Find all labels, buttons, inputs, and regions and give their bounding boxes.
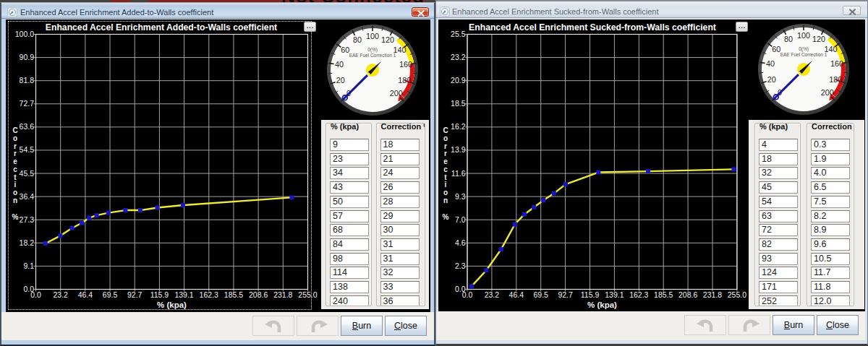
- svg-text:25.5: 25.5: [451, 30, 466, 38]
- svg-text:Enhanced Accel Enrichment Suck: Enhanced Accel Enrichment Sucked-from-Wa…: [469, 22, 716, 33]
- svg-text:80: 80: [353, 35, 362, 44]
- svg-text:20.9: 20.9: [451, 76, 466, 85]
- svg-text:i: i: [445, 181, 447, 189]
- svg-text:0(%): 0(%): [799, 46, 809, 52]
- svg-text:60: 60: [341, 46, 349, 54]
- svg-text:C: C: [443, 126, 448, 134]
- svg-text:r: r: [444, 150, 447, 157]
- svg-text:120: 120: [381, 35, 394, 44]
- svg-text:231.8: 231.8: [703, 290, 722, 299]
- svg-text:11.6: 11.6: [451, 169, 466, 178]
- svg-text:185.5: 185.5: [654, 290, 673, 299]
- svg-text:20: 20: [767, 74, 776, 83]
- svg-text:4.6: 4.6: [455, 238, 466, 247]
- svg-text:t: t: [444, 173, 447, 181]
- svg-text:%: %: [443, 213, 449, 221]
- svg-text:% (kpa): % (kpa): [587, 300, 617, 309]
- svg-text:40: 40: [335, 60, 344, 69]
- svg-text:16.2: 16.2: [451, 122, 466, 131]
- svg-text:n: n: [443, 196, 448, 204]
- svg-text:180: 180: [829, 74, 842, 83]
- svg-text:160: 160: [830, 59, 843, 68]
- svg-text:c: c: [443, 165, 448, 173]
- svg-text:120: 120: [812, 35, 825, 43]
- svg-text:208.6: 208.6: [678, 290, 697, 299]
- svg-text:40: 40: [766, 59, 775, 68]
- svg-text:160: 160: [399, 60, 412, 69]
- svg-text:13.9: 13.9: [451, 145, 466, 154]
- svg-text:2.3: 2.3: [455, 261, 466, 270]
- svg-text:60: 60: [772, 45, 780, 53]
- svg-text:115.9: 115.9: [581, 290, 600, 299]
- svg-text:0(%): 0(%): [367, 47, 378, 53]
- svg-text:23.2: 23.2: [485, 290, 500, 299]
- svg-text:9.3: 9.3: [455, 192, 466, 201]
- svg-text:7.0: 7.0: [455, 215, 466, 224]
- svg-text:o: o: [443, 134, 448, 142]
- svg-text:92.7: 92.7: [558, 290, 573, 299]
- svg-text:162.3: 162.3: [629, 290, 648, 299]
- svg-text:255.0: 255.0: [728, 290, 746, 299]
- svg-text:EAE Fuel Correction 1: EAE Fuel Correction 1: [780, 52, 827, 57]
- svg-text:100: 100: [797, 31, 810, 40]
- svg-text:o: o: [443, 189, 448, 196]
- svg-text:200: 200: [821, 88, 834, 97]
- svg-text:20: 20: [336, 75, 345, 84]
- svg-text:r: r: [444, 142, 447, 150]
- svg-text:100: 100: [366, 32, 379, 40]
- svg-text:80: 80: [784, 35, 793, 43]
- svg-text:69.5: 69.5: [533, 290, 548, 299]
- svg-text:EAE Fuel Correction 1: EAE Fuel Correction 1: [349, 53, 396, 58]
- svg-text:e: e: [443, 157, 448, 165]
- svg-text:200: 200: [390, 89, 403, 98]
- svg-text:0.0: 0.0: [462, 290, 473, 299]
- svg-text:23.2: 23.2: [451, 53, 466, 61]
- svg-text:18.5: 18.5: [451, 99, 466, 108]
- svg-text:139.1: 139.1: [605, 290, 624, 299]
- svg-text:180: 180: [398, 75, 411, 84]
- svg-text:46.4: 46.4: [509, 290, 524, 299]
